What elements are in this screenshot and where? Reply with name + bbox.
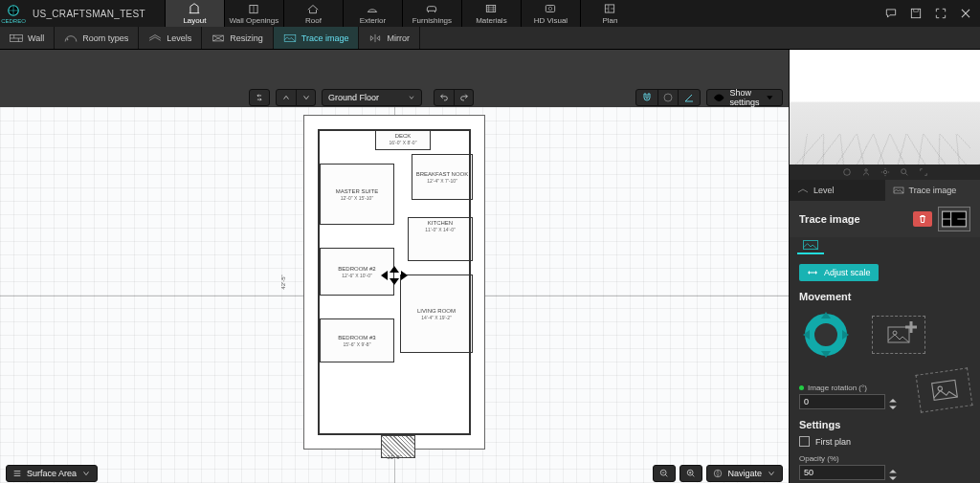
dpad-left-icon[interactable]	[803, 330, 810, 340]
content-row: Ground Floor Show settings	[0, 50, 980, 483]
tab-plan[interactable]: Plan	[580, 0, 639, 27]
right-column: Level Trace image Trace image	[789, 50, 980, 483]
opacity-label: Opacity (%)	[799, 454, 970, 463]
save-icon[interactable]	[907, 5, 924, 22]
movement-dpad[interactable]	[799, 308, 853, 362]
fullscreen-icon[interactable]	[932, 5, 949, 22]
dpad-right-icon[interactable]	[842, 330, 849, 340]
compass-icon	[713, 469, 723, 478]
preview-orbit-icon[interactable]	[839, 165, 855, 179]
add-image-slot[interactable]	[872, 316, 925, 354]
dpad-down-icon[interactable]	[821, 351, 831, 358]
redo-button[interactable]	[454, 89, 473, 106]
opacity-stepper[interactable]	[889, 466, 899, 479]
top-bar: CEDREO US_CRAFTSMAN_TEST Layout Wall Ope…	[0, 0, 980, 27]
adjust-scale-button[interactable]: Adjust scale	[799, 264, 879, 281]
room-living: LIVING ROOM14'-4" X 19'-2"	[400, 274, 473, 353]
tab-furnishings[interactable]: Furnishings	[402, 0, 461, 27]
stepper-up-icon[interactable]	[889, 395, 899, 402]
floor-select[interactable]: Ground Floor	[322, 89, 422, 106]
canvas-bottom-bar: Surface Area Navigate	[0, 464, 789, 483]
preview-zoom-icon[interactable]	[897, 165, 912, 179]
snap-toggle-group	[635, 89, 701, 106]
rotation-label: Image rotation (°)	[799, 384, 899, 392]
preview-expand-icon[interactable]	[916, 165, 931, 179]
svg-rect-7	[911, 9, 920, 17]
tool-wall[interactable]: Wall	[0, 27, 55, 49]
trace-thumbnail[interactable]	[938, 207, 970, 231]
movement-title: Movement	[799, 291, 970, 302]
tab-hd-visual[interactable]: HD Visual	[521, 0, 580, 27]
sub-toolbar: Wall Room types Levels Resizing Trace im…	[0, 27, 980, 50]
undo-button[interactable]	[434, 89, 454, 106]
tab-roof[interactable]: Roof	[283, 0, 343, 27]
floor-stepper[interactable]	[276, 89, 316, 106]
tool-room-types[interactable]: Room types	[55, 27, 139, 49]
overall-depth: 42'-5"	[280, 274, 286, 289]
canvas[interactable]: DECK16'-0" X 8'-0" MASTER SUITE12'-0" X …	[0, 107, 789, 483]
stepper-down-icon[interactable]	[889, 472, 899, 479]
floor-plan-image[interactable]: DECK16'-0" X 8'-0" MASTER SUITE12'-0" X …	[303, 115, 485, 450]
show-settings-button[interactable]: Show settings	[706, 89, 783, 106]
zoom-out-button[interactable]	[653, 465, 676, 482]
room-master: MASTER SUITE12'-0" X 15'-10"	[320, 164, 394, 225]
svg-point-12	[664, 94, 672, 101]
close-icon[interactable]	[957, 5, 974, 22]
snap-magnet-icon[interactable]	[636, 90, 657, 105]
list-icon	[12, 469, 22, 478]
stepper-down-icon[interactable]	[889, 402, 899, 408]
snap-angle-icon[interactable]	[679, 90, 700, 105]
settings-title: Settings	[799, 419, 970, 430]
svg-point-18	[864, 169, 867, 172]
floor-down-icon[interactable]	[296, 89, 315, 106]
preview-sun-icon[interactable]	[878, 165, 893, 179]
swap-axes-button[interactable]	[249, 89, 270, 106]
tab-layout[interactable]: Layout	[165, 0, 224, 27]
zoom-in-button[interactable]	[679, 465, 702, 482]
svg-point-20	[901, 169, 905, 174]
preview-3d[interactable]	[790, 50, 980, 165]
svg-rect-3	[487, 6, 496, 12]
tab-materials[interactable]: Materials	[461, 0, 521, 27]
chat-icon[interactable]	[882, 5, 900, 22]
room-bedroom-3: BEDROOM #315'-6" X 9'-8"	[320, 318, 394, 362]
first-plan-label: First plan	[815, 437, 851, 447]
canvas-area: Ground Floor Show settings	[0, 50, 789, 483]
tab-exterior[interactable]: Exterior	[343, 0, 402, 27]
tool-trace-image[interactable]: Trace image	[274, 27, 360, 49]
svg-rect-26	[931, 380, 957, 400]
rotation-thumbnail[interactable]	[915, 367, 972, 412]
panel-subtabs	[790, 237, 980, 256]
project-title: US_CRAFTSMAN_TEST	[27, 0, 165, 27]
room-deck: DECK16'-0" X 8'-0"	[375, 129, 431, 150]
snap-grid-icon[interactable]	[657, 90, 679, 105]
svg-point-9	[67, 38, 68, 39]
tool-mirror[interactable]: Mirror	[359, 27, 420, 49]
panel-tab-level[interactable]: Level	[790, 180, 885, 201]
dpad-up-icon[interactable]	[821, 312, 831, 318]
preview-toolbar	[790, 165, 980, 180]
svg-point-13	[718, 96, 721, 99]
opacity-input[interactable]	[799, 465, 885, 480]
tool-resizing[interactable]: Resizing	[202, 27, 274, 49]
panel-tab-trace-image[interactable]: Trace image	[885, 180, 981, 201]
panel-header: Trace image	[790, 201, 980, 237]
undo-redo-group	[434, 89, 474, 106]
first-plan-checkbox[interactable]	[799, 436, 810, 447]
tool-levels[interactable]: Levels	[139, 27, 202, 49]
navigate-button[interactable]: Navigate	[706, 465, 783, 482]
floor-up-icon[interactable]	[277, 89, 296, 106]
preview-person-icon[interactable]	[858, 165, 874, 179]
rotation-stepper[interactable]	[889, 395, 899, 408]
plan-outline: DECK16'-0" X 8'-0" MASTER SUITE12'-0" X …	[318, 129, 471, 435]
delete-trace-button[interactable]	[913, 211, 932, 227]
stepper-up-icon[interactable]	[889, 466, 899, 472]
room-kitchen: KITCHEN11'-0" X 14'-0"	[408, 217, 473, 261]
room-breakfast-nook: BREAKFAST NOOK12'-4" X 7'-10"	[412, 154, 473, 200]
chevron-down-icon	[764, 92, 776, 104]
tab-wall-openings[interactable]: Wall Openings	[224, 0, 283, 27]
brand-logo[interactable]: CEDREO	[0, 0, 27, 27]
surface-area-button[interactable]: Surface Area	[6, 465, 98, 482]
rotation-input[interactable]	[799, 394, 885, 409]
panel-subtab-image[interactable]	[797, 237, 824, 254]
